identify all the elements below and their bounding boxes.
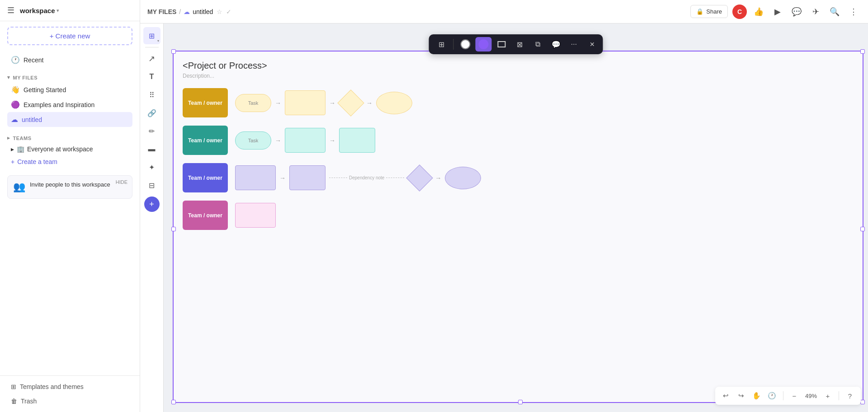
ft-rect-icon [498,41,506,47]
share-button[interactable]: 🔒 Share [690,5,728,18]
thumbs-up-button[interactable]: 👍 [751,5,766,19]
sparkle-tool-button[interactable]: ✦ [143,159,160,176]
resize-handle-tr[interactable] [860,49,865,54]
help-button[interactable]: ? [844,389,856,402]
pen-tool-button[interactable]: ✏ [143,122,160,140]
zoom-in-button[interactable]: + [821,389,834,402]
zoom-out-button[interactable]: − [788,389,801,402]
sidebar: ☰ workspace ▾ + Create new 🕐 Recent ▾ MY… [0,0,140,412]
resize-handle-br[interactable] [860,400,865,404]
hand-tool-button[interactable]: ✋ [750,389,763,402]
present-button[interactable]: ▶ [770,5,785,19]
resize-handle-tl[interactable] [171,49,176,54]
dep-dash [329,178,347,178]
ft-copy-button[interactable]: ⧉ [530,37,546,52]
plus-icon: + [11,158,14,165]
dropdown-arrow-icon: ▾ [157,39,159,43]
create-team-button[interactable]: + Create a team [7,155,132,168]
zoom-in-icon: + [826,392,830,400]
arrow-2: → [329,99,335,107]
resize-handle-bm[interactable] [518,400,523,404]
diamond-shape-1 [337,89,364,116]
ft-purple-color-dot[interactable] [479,39,489,49]
ft-more-button[interactable]: ··· [566,37,582,52]
ft-white-color-dot[interactable] [461,39,471,49]
redo-button[interactable]: ↪ [735,389,748,402]
wave-icon: 👋 [11,85,20,94]
resize-handle-bl[interactable] [171,400,176,404]
arrow-3: → [366,99,373,107]
bottom-bar-separator [783,391,783,400]
swimlane-box-teal: Team / owner [183,126,228,155]
diamond-shape-2 [406,164,433,191]
sidebar-item-templates[interactable]: ⊞ Templates and themes [7,379,132,394]
breadcrumb-title: untitled [193,8,213,15]
diamond-container-2 [408,166,431,190]
table-tool-button[interactable]: ▬ [143,140,160,158]
canvas[interactable]: ⊞ ⊠ ⧉ 💬 [164,23,868,412]
chevron-down-icon: ▾ [7,75,10,80]
swimlane-row-4: Team / owner [183,201,854,230]
undo-button[interactable]: ↩ [720,389,732,402]
clock-icon: 🕐 [11,56,20,64]
frame-tool-button[interactable]: ⊞ ▾ [143,27,160,44]
create-new-button[interactable]: + Create new [7,27,132,45]
cursor-tool-button[interactable]: ↗ [143,50,160,67]
text-tool-button[interactable]: T [143,68,160,85]
grid-tool-button[interactable]: ⠿ [143,86,160,103]
ft-grid-button[interactable]: ⊞ [434,37,450,52]
sidebar-item-trash[interactable]: 🗑 Trash [7,394,132,408]
share-send-button[interactable]: ✈ [808,5,823,19]
grid-icon: ⠿ [149,91,155,99]
hamburger-icon[interactable]: ☰ [7,5,14,15]
arrow-6: → [279,174,286,182]
sidebar-item-everyone-workspace[interactable]: ▸ 🏢 Everyone at workspace [7,143,132,155]
main-area: MY FILES / ☁ untitled ☆ ✓ 🔒 Share C 👍 ▶ … [140,0,868,412]
sidebar-item-untitled[interactable]: ☁ untitled [7,112,132,127]
hand-icon: ✋ [752,392,761,400]
canvas-wrapper: ⊞ ▾ ↗ T ⠿ 🔗 ✏ ▬ ✦ [140,23,868,412]
swimlane-box-purple: Team / owner [183,163,228,192]
swimlane-row-2: Team / owner Task → → [183,126,854,155]
help-icon: ? [848,392,852,400]
hide-button[interactable]: HIDE [116,179,127,185]
ft-close-button[interactable]: ✕ [586,38,599,51]
sidebar-item-examples[interactable]: 🟣 Examples and Inspiration [7,97,132,112]
ft-crossed-icon: ⊠ [517,40,523,49]
resize-handle-ml[interactable] [171,227,176,231]
building-icon: 🏢 [17,145,24,153]
ft-purple-color-button[interactable] [476,37,492,52]
my-files-label: ▾ MY FILES [7,71,132,82]
link-tool-button[interactable]: 🔗 [143,104,160,122]
zoom-level[interactable]: 49% [803,393,819,399]
sections-tool-button[interactable]: ⊟ [143,177,160,194]
user-avatar[interactable]: C [732,5,747,19]
swimlane-label-2: Team / owner [188,137,222,144]
ft-chat-icon: 💬 [552,40,561,49]
add-tool-button[interactable]: + [144,197,160,212]
more-options-button[interactable]: ⋮ [846,5,861,19]
ft-crossed-button[interactable]: ⊠ [512,37,528,52]
swimlane-label-4: Team / owner [188,212,222,219]
task-shape-2: Task [235,131,271,150]
search-button[interactable]: 🔍 [827,5,842,19]
ft-grid-icon: ⊞ [439,40,444,49]
history-button[interactable]: 🕐 [766,389,778,402]
ft-rect-button[interactable] [494,37,510,52]
dependency-line: Dependency note [329,175,404,180]
rect-shape-2 [285,128,326,153]
ft-circle-button[interactable] [458,37,474,52]
history-icon: 🕐 [768,392,776,400]
comments-button[interactable]: 💬 [789,5,804,19]
my-files-section: ▾ MY FILES 👋 Getting Started 🟣 Examples … [0,69,140,129]
workspace-name[interactable]: workspace [20,7,55,14]
check-icon[interactable]: ✓ [226,8,231,15]
star-icon[interactable]: ☆ [217,8,222,15]
sidebar-item-getting-started[interactable]: 👋 Getting Started [7,82,132,97]
sidebar-item-recent[interactable]: 🕐 Recent [7,52,132,67]
breadcrumb-my-files[interactable]: MY FILES [147,8,176,15]
ft-chat-button[interactable]: 💬 [548,37,564,52]
flow-area-3: → Dependency note → [235,165,854,190]
invite-banner: 👥 Invite people to this workspace HIDE [7,175,132,199]
resize-handle-mr[interactable] [860,227,865,231]
